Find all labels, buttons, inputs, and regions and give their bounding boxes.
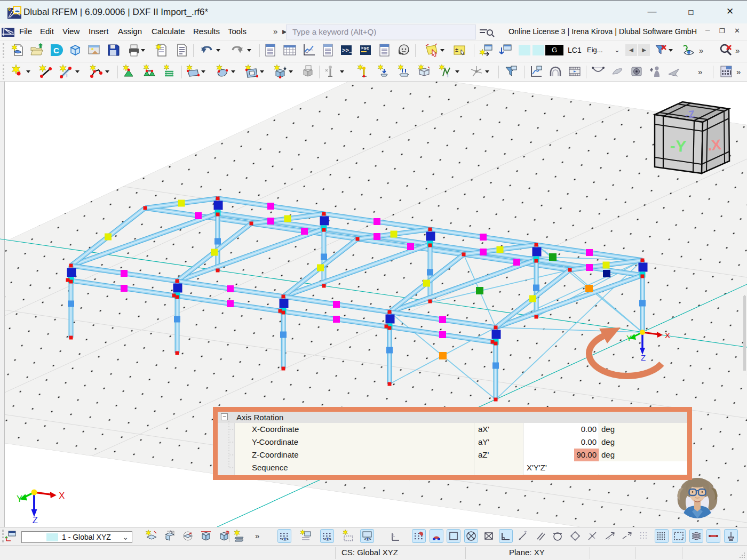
svg-text:I: I — [66, 73, 68, 78]
svg-text:±: ± — [455, 46, 458, 53]
svg-text:Y: Y — [17, 494, 22, 503]
svg-text:>>_: >>_ — [342, 47, 353, 54]
svg-text:6: 6 — [8, 6, 11, 12]
svg-text:Y: Y — [626, 333, 632, 342]
svg-text:X: X — [59, 491, 65, 500]
svg-text:-Z: -Z — [685, 108, 696, 121]
svg-text:Z: Z — [33, 515, 38, 525]
svg-text:C: C — [53, 46, 59, 55]
svg-text:>sc: >sc — [361, 46, 369, 51]
svg-text:.X: .X — [707, 137, 722, 154]
svg-text:I: I — [447, 73, 449, 78]
svg-text:Z: Z — [641, 353, 646, 362]
svg-text:-Y: -Y — [670, 137, 687, 155]
svg-text:X: X — [665, 331, 670, 340]
